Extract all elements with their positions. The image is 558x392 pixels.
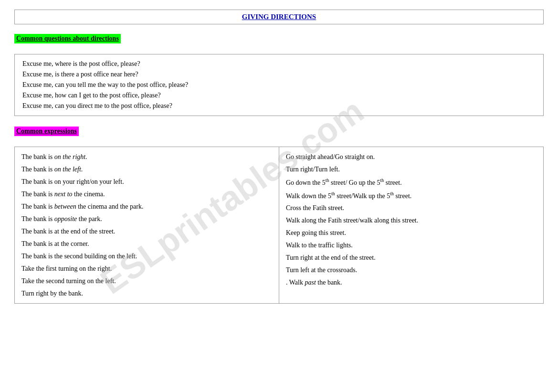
question-5: Excuse me, can you direct me to the post… bbox=[22, 102, 536, 110]
question-2: Excuse me, is there a post office near h… bbox=[22, 71, 536, 78]
right-expr-4: Walk down the 5th street/Walk up the 5th… bbox=[286, 190, 537, 201]
questions-box: Excuse me, where is the post office, ple… bbox=[14, 54, 544, 116]
question-4: Excuse me, how can I get to the post off… bbox=[22, 92, 536, 99]
left-expr-3: The bank is on your right/on your left. bbox=[21, 177, 272, 187]
left-expr-12: Turn right by the bank. bbox=[21, 288, 272, 298]
left-expr-9: The bank is the second building on the l… bbox=[21, 251, 272, 261]
expressions-table: The bank is on the right. The bank is on… bbox=[14, 147, 544, 304]
left-expressions-cell: The bank is on the right. The bank is on… bbox=[15, 147, 279, 304]
section2-heading: Common expressions bbox=[14, 127, 79, 136]
left-expr-5: The bank is between the cinema and the p… bbox=[21, 201, 272, 212]
right-expressions-cell: Go straight ahead/Go straight on. Turn r… bbox=[279, 147, 544, 304]
right-expr-9: Turn right at the end of the street. bbox=[286, 253, 537, 263]
left-expr-8: The bank is at the corner. bbox=[21, 239, 272, 249]
left-expr-6: The bank is opposite the park. bbox=[21, 214, 272, 224]
page-title: GIVING DIRECTIONS bbox=[242, 13, 316, 21]
right-expr-10: Turn left at the crossroads. bbox=[286, 265, 537, 275]
left-expr-4: The bank is next to the cinema. bbox=[21, 189, 272, 199]
left-expr-11: Take the second turning on the left. bbox=[21, 276, 272, 286]
right-expr-6: Walk along the Fatih street/walk along t… bbox=[286, 215, 537, 225]
right-expr-2: Turn right/Turn left. bbox=[286, 164, 537, 174]
left-expr-1: The bank is on the right. bbox=[21, 152, 272, 162]
right-expr-3: Go down the 5th street/ Go up the 5th st… bbox=[286, 177, 537, 188]
section1-heading: Common questions about directions bbox=[14, 34, 121, 43]
right-expr-7: Keep going this street. bbox=[286, 228, 537, 238]
left-expr-2: The bank is on the left. bbox=[21, 164, 272, 174]
page-title-box: GIVING DIRECTIONS bbox=[14, 10, 544, 24]
left-expr-7: The bank is at the end of the street. bbox=[21, 226, 272, 236]
section2-heading-wrapper: Common expressions bbox=[14, 127, 544, 142]
question-1: Excuse me, where is the post office, ple… bbox=[22, 60, 536, 68]
left-expr-10: Take the first turning on the right. bbox=[21, 264, 272, 274]
question-3: Excuse me, can you tell me the way to th… bbox=[22, 81, 536, 89]
right-expr-5: Cross the Fatih street. bbox=[286, 203, 537, 213]
section1-heading-wrapper: Common questions about directions bbox=[14, 34, 544, 49]
right-expr-1: Go straight ahead/Go straight on. bbox=[286, 152, 537, 162]
right-expr-8: Walk to the traffic lights. bbox=[286, 240, 537, 250]
right-expr-11: . Walk past the bank. bbox=[286, 277, 537, 287]
